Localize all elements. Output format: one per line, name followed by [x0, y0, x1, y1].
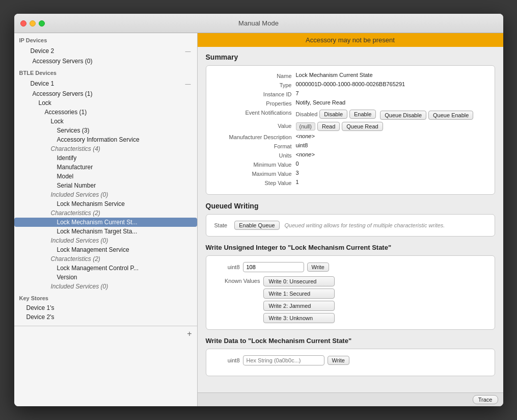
manufacturer-row: Manufacturer Description <none>: [214, 133, 486, 140]
min-value-label: Minimum Value: [214, 161, 296, 168]
sidebar-item-characteristics-2b[interactable]: Characteristics (2): [14, 254, 197, 264]
trace-button[interactable]: Trace: [473, 395, 498, 404]
minimize-button[interactable]: [30, 20, 36, 27]
sidebar-item-accessories[interactable]: Accessories (1): [14, 108, 197, 117]
write-data-row: uint8 Write: [214, 355, 486, 365]
sidebar-item-included-services-0c[interactable]: Included Services (0): [14, 282, 197, 291]
window-title: Manual Mode: [238, 19, 279, 27]
maximize-button[interactable]: [39, 20, 45, 27]
instance-id-row: Instance ID 7: [214, 90, 486, 97]
format-row: Format uint8: [214, 142, 486, 149]
format-label: Format: [214, 142, 296, 149]
write-uint8-row: uint8 Write: [214, 262, 486, 272]
sidebar: IP Devices Device 2 — Accessory Servers …: [14, 33, 198, 406]
sidebar-item-accessory-servers-1[interactable]: Accessory Servers (1): [14, 89, 197, 98]
sidebar-item-lock-management-service[interactable]: Lock Management Service: [14, 245, 197, 254]
known-value-3[interactable]: Write 3: Unknown: [263, 313, 335, 323]
write-type-label: uint8: [214, 264, 240, 270]
warning-banner: Accessory may not be present: [198, 33, 503, 47]
collapse-device1[interactable]: —: [183, 81, 193, 87]
queued-writing-note: Queued writing allows for testing of mul…: [285, 222, 445, 228]
enable-button[interactable]: Enable: [349, 110, 376, 119]
type-label: Type: [214, 81, 296, 88]
sidebar-section-btle-devices: BTLE Devices: [14, 66, 197, 78]
add-button[interactable]: +: [187, 329, 192, 338]
main-content: IP Devices Device 2 — Accessory Servers …: [14, 33, 503, 406]
right-panel: Accessory may not be present Summary Nam…: [198, 33, 503, 406]
sidebar-item-device1-key[interactable]: Device 1's: [14, 303, 197, 312]
traffic-lights: [20, 20, 45, 27]
units-value: <none>: [296, 151, 486, 158]
sidebar-item-services[interactable]: Services (3): [14, 126, 197, 135]
format-value: uint8: [296, 142, 486, 148]
write-data-button[interactable]: Write: [328, 356, 349, 365]
disabled-label: Disabled: [296, 111, 318, 117]
sidebar-item-characteristics-2[interactable]: Characteristics (2): [14, 208, 197, 218]
step-value-row: Step Value 1: [214, 179, 486, 186]
queue-disable-button[interactable]: Queue Disable: [380, 111, 426, 120]
enable-queue-button[interactable]: Enable Queue: [234, 221, 279, 230]
sidebar-item-lock-management-control[interactable]: Lock Management Control P...: [14, 264, 197, 273]
summary-card: Name Lock Mechanism Current State Type 0…: [206, 65, 495, 195]
manufacturer-value: <none>: [296, 133, 486, 139]
name-label: Name: [214, 72, 296, 79]
step-value-label: Step Value: [214, 179, 296, 186]
known-value-2[interactable]: Write 2: Jammed: [263, 301, 335, 311]
instance-id-label: Instance ID: [214, 90, 296, 97]
write-hex-input[interactable]: [243, 355, 324, 365]
sidebar-item-model[interactable]: Model: [14, 172, 197, 181]
queue-read-button[interactable]: Queue Read: [342, 122, 383, 131]
write-data-type-label: uint8: [214, 357, 240, 363]
sidebar-item-lock-mechanism-target-state[interactable]: Lock Mechanism Target Sta...: [14, 227, 197, 236]
event-notifications-value: Disabled Disable Enable Queue Disable Qu…: [296, 109, 486, 120]
write-unsigned-card: uint8 Write Known Values Write 0: Unsecu…: [206, 255, 495, 330]
min-value-row: Minimum Value 0: [214, 161, 486, 168]
sidebar-item-serial-number[interactable]: Serial Number: [14, 181, 197, 190]
sidebar-device1-row: Device 1 —: [14, 78, 197, 89]
units-label: Units: [214, 151, 296, 159]
sidebar-item-lock-mechanism-service[interactable]: Lock Mechanism Service: [14, 199, 197, 208]
titlebar: Manual Mode: [14, 14, 503, 33]
bottom-bar: Trace: [198, 392, 503, 406]
sidebar-section-ip-devices: IP Devices: [14, 33, 197, 45]
sidebar-item-device2[interactable]: Device 2: [18, 46, 59, 56]
sidebar-item-identify[interactable]: Identify: [14, 153, 197, 163]
write-button[interactable]: Write: [307, 262, 329, 272]
max-value-row: Maximum Value 3: [214, 170, 486, 177]
sidebar-item-characteristics-4[interactable]: Characteristics (4): [14, 144, 197, 153]
value-content: (null) Read Queue Read: [296, 122, 486, 131]
known-value-0[interactable]: Write 0: Unsecured: [263, 276, 335, 286]
read-button[interactable]: Read: [317, 122, 340, 131]
units-row: Units <none>: [214, 151, 486, 159]
write-data-card: uint8 Write: [206, 349, 495, 376]
write-unsigned-title: Write Unsigned Integer to "Lock Mechanis…: [206, 244, 495, 251]
sidebar-item-lock-parent[interactable]: Lock: [14, 98, 197, 108]
sidebar-item-lock[interactable]: Lock: [14, 117, 197, 126]
main-window: Manual Mode IP Devices Device 2 — Access…: [14, 14, 503, 406]
properties-label: Properties: [214, 99, 296, 107]
sidebar-item-device1[interactable]: Device 1: [18, 79, 59, 88]
sidebar-item-lock-mechanism-current-state[interactable]: Lock Mechanism Current St...: [14, 218, 197, 227]
queue-enable-button[interactable]: Queue Enable: [428, 111, 473, 120]
properties-value: Notify, Secure Read: [296, 99, 486, 106]
max-value-label: Maximum Value: [214, 170, 296, 177]
sidebar-item-manufacturer[interactable]: Manufacturer: [14, 163, 197, 172]
known-values-label: Known Values: [214, 276, 260, 284]
state-label: State: [214, 222, 228, 228]
sidebar-item-device2-key[interactable]: Device 2's: [14, 312, 197, 322]
sidebar-device2-row: Device 2 —: [14, 45, 197, 57]
disable-button[interactable]: Disable: [319, 110, 347, 119]
value-row: Value (null) Read Queue Read: [214, 122, 486, 131]
sidebar-item-version[interactable]: Version: [14, 273, 197, 282]
write-value-input[interactable]: [243, 262, 304, 272]
close-button[interactable]: [20, 20, 26, 27]
sidebar-item-included-services-0a[interactable]: Included Services (0): [14, 190, 197, 199]
sidebar-item-included-services-0b[interactable]: Included Services (0): [14, 236, 197, 245]
sidebar-item-accessory-info-service[interactable]: Accessory Information Service: [14, 135, 197, 144]
name-row: Name Lock Mechanism Current State: [214, 72, 486, 79]
sidebar-item-accessory-servers-0[interactable]: Accessory Servers (0): [14, 57, 197, 66]
collapse-device2[interactable]: —: [183, 48, 193, 54]
known-value-1[interactable]: Write 1: Secured: [263, 288, 335, 299]
summary-title: Summary: [206, 53, 495, 61]
known-values-list: Write 0: Unsecured Write 1: Secured Writ…: [263, 276, 335, 323]
